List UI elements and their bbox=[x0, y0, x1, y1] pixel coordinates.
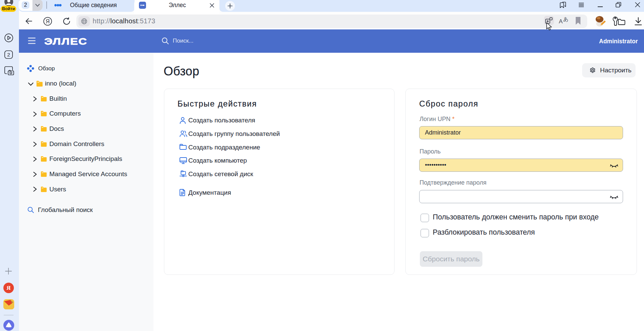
svg-text:2: 2 bbox=[7, 52, 10, 57]
svg-text:Я: Я bbox=[46, 19, 50, 24]
